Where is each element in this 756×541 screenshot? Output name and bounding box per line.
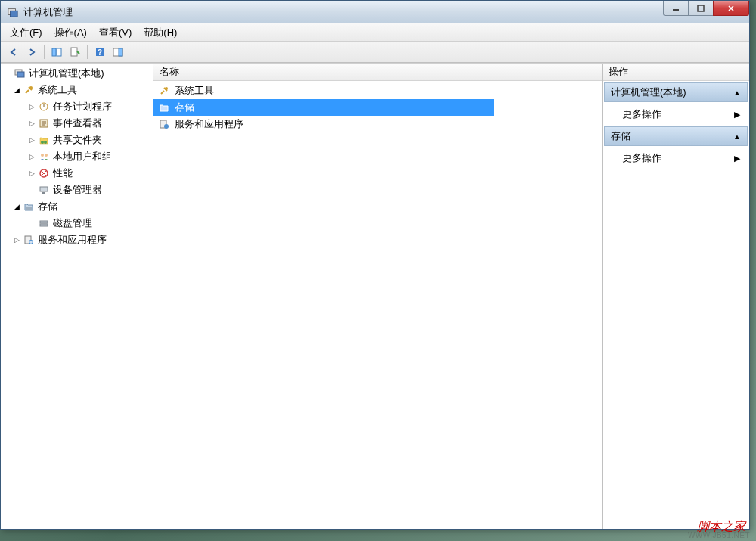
- tree-label: 性能: [53, 166, 73, 180]
- tree-event-viewer[interactable]: ▷ 事件查看器: [1, 115, 153, 132]
- expand-icon[interactable]: ▷: [28, 169, 36, 178]
- action-label: 更多操作: [622, 107, 662, 121]
- svg-text:?: ?: [98, 48, 102, 57]
- expand-icon[interactable]: ▷: [28, 153, 36, 161]
- collapse-icon: ▲: [733, 132, 741, 141]
- performance-icon: [38, 167, 50, 179]
- svg-rect-2: [673, 9, 679, 11]
- action-label: 更多操作: [622, 151, 662, 165]
- svg-rect-5: [57, 48, 61, 56]
- clock-icon: [38, 101, 50, 113]
- tree-local-users[interactable]: ▷ 本地用户和组: [1, 148, 153, 165]
- list-item-system-tools[interactable]: 系统工具: [153, 82, 602, 99]
- tree-storage[interactable]: ◢ 存储: [1, 198, 153, 215]
- svg-point-30: [164, 124, 169, 129]
- svg-point-13: [29, 86, 33, 89]
- expand-icon[interactable]: ▷: [28, 120, 36, 128]
- tree-services-apps[interactable]: ▷ 服务和应用程序: [1, 232, 153, 248]
- menu-view[interactable]: 查看(V): [93, 23, 138, 42]
- show-action-pane-button[interactable]: [110, 44, 126, 61]
- window-title: 计算机管理: [23, 5, 73, 19]
- collapse-icon[interactable]: ◢: [13, 203, 21, 211]
- collapse-icon[interactable]: ◢: [13, 86, 21, 95]
- menu-help[interactable]: 帮助(H): [138, 23, 183, 42]
- svg-rect-3: [698, 5, 704, 11]
- action-more-1[interactable]: 更多操作 ▶: [604, 148, 748, 169]
- svg-rect-12: [17, 72, 24, 77]
- svg-rect-6: [71, 48, 77, 56]
- svg-rect-1: [11, 11, 18, 17]
- content-area: 计算机管理(本地) ◢ 系统工具 ▷ 任务计划程序 ▷ 事件查看器 ▷ 共享文件…: [1, 63, 749, 529]
- menubar: 文件(F) 操作(A) 查看(V) 帮助(H): [1, 23, 749, 42]
- users-icon: [38, 151, 50, 163]
- action-section-storage[interactable]: 存储 ▲: [604, 126, 748, 146]
- submenu-icon: ▶: [734, 110, 740, 120]
- svg-rect-24: [40, 221, 48, 223]
- list-item-storage[interactable]: 存储: [153, 99, 494, 116]
- expand-icon: [4, 70, 12, 78]
- expand-icon[interactable]: ▷: [28, 136, 36, 145]
- tree-label: 存储: [38, 200, 57, 213]
- tree-performance[interactable]: ▷ 性能: [1, 165, 153, 182]
- titlebar[interactable]: 计算机管理: [1, 1, 749, 23]
- list-label: 存储: [175, 101, 194, 114]
- tree-device-manager[interactable]: 设备管理器: [1, 182, 153, 198]
- list-body[interactable]: 系统工具 存储 服务和应用程序: [153, 81, 602, 529]
- action-more-0[interactable]: 更多操作 ▶: [604, 104, 748, 125]
- list-item-services[interactable]: 服务和应用程序: [153, 116, 602, 132]
- back-button[interactable]: [5, 44, 22, 61]
- menu-file[interactable]: 文件(F): [4, 23, 48, 42]
- watermark-sub: WWW.JB51.NET: [688, 531, 750, 539]
- collapse-icon: ▲: [733, 89, 741, 97]
- tree-label: 计算机管理(本地): [29, 67, 104, 80]
- tree-label: 事件查看器: [53, 117, 102, 130]
- expand-icon: [28, 219, 36, 228]
- storage-folder-icon: [23, 201, 35, 213]
- list-panel: 名称 系统工具 存储 服务和应用程序: [153, 64, 603, 529]
- toolbar: ?: [1, 42, 749, 63]
- svg-rect-22: [42, 192, 45, 194]
- show-hide-tree-button[interactable]: [48, 44, 65, 61]
- tree-label: 本地用户和组: [53, 150, 112, 163]
- menu-action[interactable]: 操作(A): [48, 23, 93, 42]
- expand-icon[interactable]: ▷: [13, 236, 21, 244]
- forward-button[interactable]: [23, 44, 40, 61]
- minimize-button[interactable]: [663, 1, 689, 16]
- tools-icon: [23, 84, 35, 96]
- tree-label: 服务和应用程序: [38, 233, 107, 247]
- actions-title: 操作: [609, 65, 628, 79]
- computer-icon: [14, 67, 26, 79]
- section-title: 计算机管理(本地): [611, 86, 686, 99]
- tree-task-scheduler[interactable]: ▷ 任务计划程序: [1, 98, 153, 115]
- svg-point-16: [41, 141, 44, 144]
- svg-point-17: [44, 141, 47, 144]
- close-button[interactable]: [713, 1, 749, 16]
- tree-system-tools[interactable]: ◢ 系统工具: [1, 82, 153, 98]
- help-button[interactable]: ?: [91, 44, 108, 61]
- tools-icon: [158, 85, 170, 97]
- actions-panel: 操作 计算机管理(本地) ▲ 更多操作 ▶ 存储 ▲ 更多操作 ▶: [603, 64, 749, 529]
- app-icon: [7, 6, 19, 18]
- shared-folder-icon: [38, 134, 50, 146]
- svg-point-19: [45, 154, 48, 157]
- storage-folder-icon: [158, 101, 170, 113]
- svg-rect-23: [26, 207, 32, 210]
- svg-rect-21: [40, 187, 48, 191]
- disk-icon: [38, 217, 50, 229]
- tree-root[interactable]: 计算机管理(本地): [1, 65, 153, 82]
- expand-icon[interactable]: ▷: [28, 103, 36, 111]
- tree-label: 系统工具: [38, 83, 77, 97]
- svg-point-18: [41, 154, 44, 157]
- expand-icon: [28, 186, 36, 194]
- action-section-computer[interactable]: 计算机管理(本地) ▲: [604, 82, 748, 102]
- tree-shared-folders[interactable]: ▷ 共享文件夹: [1, 132, 153, 148]
- tree-label: 设备管理器: [53, 183, 102, 197]
- tree-panel[interactable]: 计算机管理(本地) ◢ 系统工具 ▷ 任务计划程序 ▷ 事件查看器 ▷ 共享文件…: [1, 64, 153, 529]
- properties-button[interactable]: [67, 44, 83, 61]
- tree-label: 磁盘管理: [53, 216, 92, 230]
- tree-disk-management[interactable]: 磁盘管理: [1, 215, 153, 232]
- device-icon: [38, 184, 50, 196]
- list-label: 服务和应用程序: [175, 117, 243, 131]
- maximize-button[interactable]: [688, 1, 714, 16]
- list-column-header[interactable]: 名称: [153, 64, 602, 81]
